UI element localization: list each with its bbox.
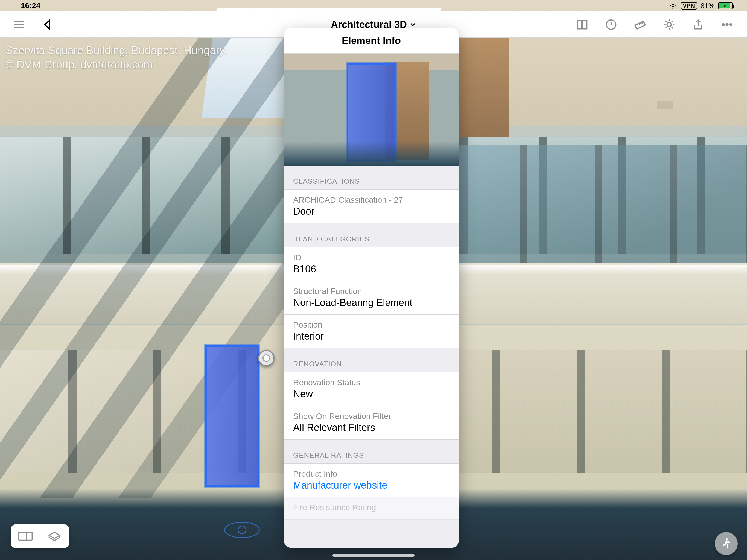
menu-button[interactable] [12,18,26,31]
status-time: 16:24 [21,1,41,10]
section-header-renovation: RENOVATION [284,348,459,372]
walk-icon [720,537,732,550]
views-button[interactable] [575,18,589,31]
row-renovation-filter[interactable]: Show On Renovation Filter All Relevant F… [284,406,459,440]
issues-button[interactable] [604,18,618,31]
section-header-general-ratings: GENERAL RATINGS [284,440,459,463]
popover-title: Element Info [284,28,459,54]
row-fire-resistance[interactable]: Fire Resistance Rating [284,497,459,519]
row-classification[interactable]: ARCHICAD Classification - 27 Door [284,189,459,223]
preview-selected-door [347,63,396,161]
svg-rect-1 [635,21,645,29]
view-2d-button[interactable] [18,531,32,542]
back-button[interactable] [41,18,55,31]
row-value: Door [293,206,449,217]
section-header-classifications: CLASSIFICATIONS [284,166,459,189]
battery-icon: ⚡︎ [718,2,733,9]
row-label: Structural Function [293,286,449,296]
view-mode-toolbar [11,525,69,548]
vpn-icon: VPN [681,2,697,9]
row-product-info[interactable]: Product Info Manufacturer website [284,463,459,497]
row-value: New [293,388,449,400]
row-label: ARCHICAD Classification - 27 [293,195,449,205]
status-bar: 16:24 VPN 81% ⚡︎ [0,0,747,11]
home-indicator[interactable] [333,554,414,557]
row-value-link[interactable]: Manufacturer website [293,480,449,491]
chevron-down-icon [410,21,416,28]
row-label: Position [293,320,449,330]
svg-point-7 [726,538,728,541]
row-label: Show On Renovation Filter [293,411,449,421]
row-position[interactable]: Position Interior [284,314,459,348]
more-button[interactable] [720,18,734,31]
row-value: All Relevant Filters [293,422,449,433]
popover-scroll[interactable]: CLASSIFICATIONS ARCHICAD Classification … [284,166,459,548]
battery-percentage: 81% [700,2,715,10]
caption-line2: © DVM Group, dvmgroup.com [5,57,227,72]
svg-point-4 [726,24,728,25]
view-3d-button[interactable] [47,531,61,542]
row-value: Non-Load-Bearing Element [293,297,449,308]
svg-point-5 [730,24,732,25]
row-label: Renovation Status [293,378,449,387]
selected-element-lower[interactable] [205,345,259,487]
project-caption: Szervita Square Building, Budapest, Hung… [5,43,227,72]
element-preview[interactable] [284,54,459,166]
section-header-id: ID AND CATEGORIES [284,223,459,247]
settings-button[interactable] [662,18,676,31]
row-label: ID [293,253,449,262]
row-structural-function[interactable]: Structural Function Non-Load-Bearing Ele… [284,281,459,314]
element-info-popover: Element Info CLASSIFICATIONS ARCHICAD Cl… [284,28,459,548]
row-label: Product Info [293,469,449,479]
selection-pin[interactable] [258,350,275,366]
walk-mode-button[interactable] [715,532,738,555]
svg-rect-6 [19,532,32,540]
row-value: B106 [293,263,449,275]
svg-point-2 [667,22,671,27]
caption-line1: Szervita Square Building, Budapest, Hung… [5,43,227,57]
wifi-icon [668,2,677,9]
row-renovation-status[interactable]: Renovation Status New [284,372,459,406]
measure-button[interactable] [633,18,647,31]
svg-point-3 [722,24,724,25]
row-label: Fire Resistance Rating [293,503,449,512]
row-id[interactable]: ID B106 [284,247,459,281]
row-value: Interior [293,331,449,342]
share-button[interactable] [691,18,705,31]
floor-marker [224,522,260,538]
app-screen: 16:24 VPN 81% ⚡︎ Architectural 3D [0,0,747,560]
